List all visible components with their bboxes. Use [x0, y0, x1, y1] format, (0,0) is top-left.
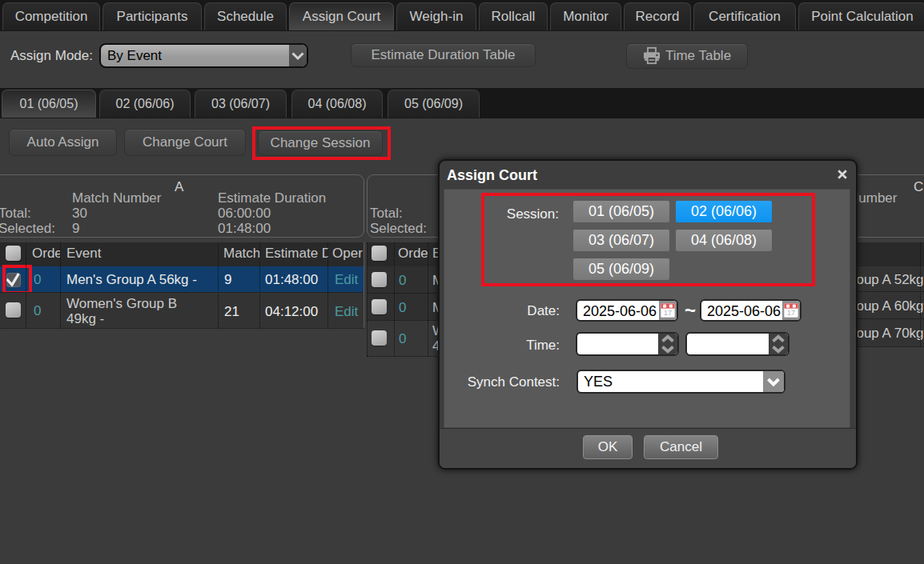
svg-text:17: 17 — [664, 309, 672, 317]
svg-text:17: 17 — [787, 309, 795, 317]
